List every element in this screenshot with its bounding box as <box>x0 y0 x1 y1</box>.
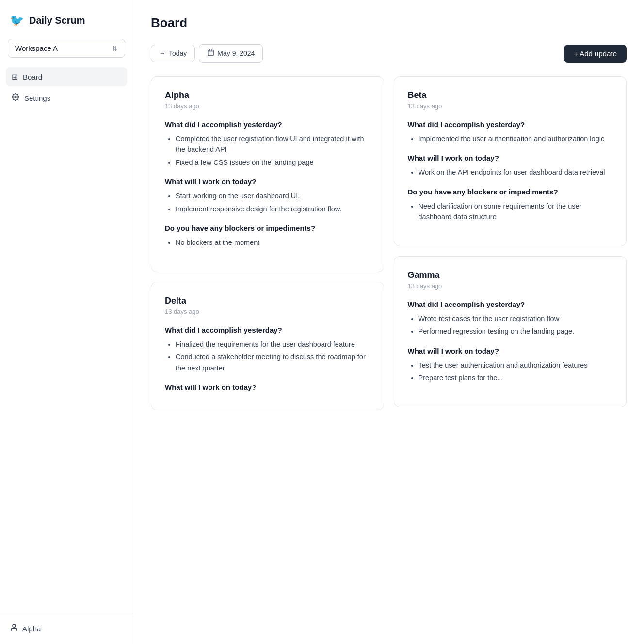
today-label: Today <box>169 49 187 57</box>
header-actions: → Today May 9, 2024 + Add update <box>151 44 627 63</box>
card-alpha: Alpha 13 days ago What did I accomplish … <box>151 76 384 272</box>
sidebar-header: 🐦 Daily Scrum <box>0 0 133 39</box>
sidebar-item-settings-label: Settings <box>24 94 50 102</box>
section-gamma-1: What will I work on today?Test the user … <box>408 347 613 384</box>
card-gamma: Gamma 13 days ago What did I accomplish … <box>394 256 627 407</box>
section-title-delta-1: What will I work on today? <box>165 383 370 391</box>
card-name-beta: Beta <box>408 90 613 100</box>
user-icon <box>10 623 18 634</box>
list-item: No blockers at the moment <box>176 237 370 248</box>
card-name-delta: Delta <box>165 296 370 306</box>
section-delta-1: What will I work on today? <box>165 383 370 391</box>
card-time-beta: 13 days ago <box>408 102 613 110</box>
app-title: Daily Scrum <box>29 15 85 26</box>
current-user-name: Alpha <box>22 625 41 633</box>
settings-icon <box>12 93 19 103</box>
workspace-selector[interactable]: Workspace A ⇅ <box>8 39 125 58</box>
board-grid: Alpha 13 days ago What did I accomplish … <box>151 76 627 410</box>
list-item: Conducted a stakeholder meeting to discu… <box>176 352 370 373</box>
bullet-list-beta-0: Implemented the user authentication and … <box>408 133 613 144</box>
section-title-delta-0: What did I accomplish yesterday? <box>165 326 370 334</box>
list-item: Implemented the user authentication and … <box>419 133 613 144</box>
list-item: Wrote test cases for the user registrati… <box>419 313 613 324</box>
section-title-beta-1: What will I work on today? <box>408 154 613 162</box>
section-alpha-2: Do you have any blockers or impediments?… <box>165 224 370 248</box>
list-item: Start working on the user dashboard UI. <box>176 191 370 201</box>
list-item: Test the user authentication and authori… <box>419 360 613 370</box>
list-item: Prepare test plans for the... <box>419 372 613 383</box>
bullet-list-beta-1: Work on the API endpoints for user dashb… <box>408 167 613 177</box>
bullet-list-delta-0: Finalized the requirements for the user … <box>165 339 370 373</box>
section-delta-0: What did I accomplish yesterday?Finalize… <box>165 326 370 373</box>
section-alpha-0: What did I accomplish yesterday?Complete… <box>165 120 370 168</box>
section-beta-0: What did I accomplish yesterday?Implemen… <box>408 120 613 144</box>
arrow-right-icon: → <box>159 49 166 57</box>
section-alpha-1: What will I work on today?Start working … <box>165 177 370 214</box>
section-title-alpha-1: What will I work on today? <box>165 177 370 186</box>
bullet-list-gamma-0: Wrote test cases for the user registrati… <box>408 313 613 337</box>
card-time-delta: 13 days ago <box>165 308 370 315</box>
main-content: Board → Today May 9, 2024 + Add update A… <box>133 0 644 644</box>
card-time-gamma: 13 days ago <box>408 282 613 290</box>
section-gamma-0: What did I accomplish yesterday?Wrote te… <box>408 300 613 337</box>
chevron-updown-icon: ⇅ <box>112 45 118 52</box>
date-label: May 9, 2024 <box>217 49 255 57</box>
section-title-beta-2: Do you have any blockers or impediments? <box>408 188 613 196</box>
bullet-list-alpha-0: Completed the user registration flow UI … <box>165 133 370 168</box>
page-title: Board <box>151 16 187 31</box>
section-title-gamma-0: What did I accomplish yesterday? <box>408 300 613 308</box>
bullet-list-gamma-1: Test the user authentication and authori… <box>408 360 613 384</box>
list-item: Completed the user registration flow UI … <box>176 133 370 155</box>
list-item: Work on the API endpoints for user dashb… <box>419 167 613 177</box>
board-column-2: Beta 13 days ago What did I accomplish y… <box>394 76 627 410</box>
section-title-alpha-0: What did I accomplish yesterday? <box>165 120 370 129</box>
card-time-alpha: 13 days ago <box>165 102 370 110</box>
section-beta-1: What will I work on today?Work on the AP… <box>408 154 613 177</box>
sidebar-footer: Alpha <box>0 613 133 644</box>
sidebar: 🐦 Daily Scrum Workspace A ⇅ ⊞ Board Sett… <box>0 0 133 644</box>
section-title-gamma-1: What will I work on today? <box>408 347 613 355</box>
card-name-alpha: Alpha <box>165 90 370 100</box>
sidebar-item-board[interactable]: ⊞ Board <box>6 67 127 86</box>
list-item: Implement responsive design for the regi… <box>176 204 370 214</box>
sidebar-nav: ⊞ Board Settings <box>0 67 133 108</box>
card-name-gamma: Gamma <box>408 270 613 280</box>
today-button[interactable]: → Today <box>151 45 195 62</box>
svg-point-0 <box>15 96 16 98</box>
workspace-label: Workspace A <box>15 44 58 52</box>
section-beta-2: Do you have any blockers or impediments?… <box>408 188 613 223</box>
section-title-beta-0: What did I accomplish yesterday? <box>408 120 613 129</box>
bullet-list-alpha-1: Start working on the user dashboard UI.I… <box>165 191 370 214</box>
main-header: Board <box>151 16 627 31</box>
list-item: Need clarification on some requirements … <box>419 201 613 223</box>
list-item: Finalized the requirements for the user … <box>176 339 370 350</box>
card-delta: Delta 13 days ago What did I accomplish … <box>151 282 384 410</box>
date-picker-button[interactable]: May 9, 2024 <box>199 44 263 63</box>
bullet-list-alpha-2: No blockers at the moment <box>165 237 370 248</box>
svg-point-1 <box>13 624 16 627</box>
list-item: Fixed a few CSS issues on the landing pa… <box>176 157 370 168</box>
sidebar-item-settings[interactable]: Settings <box>6 88 127 108</box>
calendar-icon <box>207 49 214 58</box>
board-column-1: Alpha 13 days ago What did I accomplish … <box>151 76 384 410</box>
add-update-button[interactable]: + Add update <box>564 45 627 63</box>
board-icon: ⊞ <box>12 72 18 81</box>
card-beta: Beta 13 days ago What did I accomplish y… <box>394 76 627 246</box>
app-logo-icon: 🐦 <box>10 14 24 27</box>
bullet-list-beta-2: Need clarification on some requirements … <box>408 201 613 223</box>
section-title-alpha-2: Do you have any blockers or impediments? <box>165 224 370 232</box>
sidebar-item-board-label: Board <box>23 73 42 81</box>
list-item: Performed regression testing on the land… <box>419 326 613 337</box>
svg-rect-2 <box>208 50 213 56</box>
